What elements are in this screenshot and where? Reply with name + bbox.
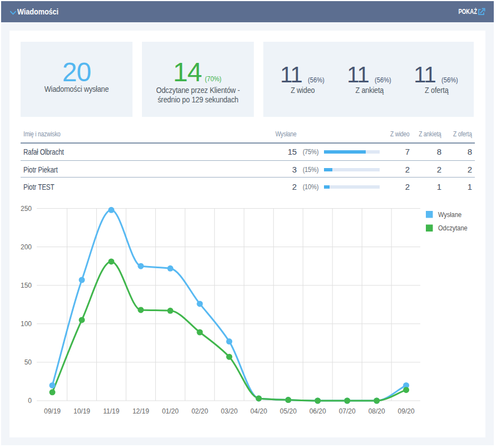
svg-text:150: 150	[21, 282, 32, 289]
svg-text:0: 0	[28, 397, 32, 405]
svg-text:07/20: 07/20	[339, 407, 356, 415]
svg-text:11/19: 11/19	[103, 407, 119, 415]
svg-text:200: 200	[21, 243, 32, 251]
svg-text:03/20: 03/20	[221, 407, 238, 415]
svg-text:10/19: 10/19	[73, 407, 90, 415]
svg-text:09/20: 09/20	[398, 407, 415, 415]
svg-text:250: 250	[21, 205, 32, 213]
svg-text:01/20: 01/20	[162, 407, 179, 415]
svg-text:09/19: 09/19	[44, 407, 61, 415]
svg-text:08/20: 08/20	[369, 407, 385, 415]
svg-text:Odczytane: Odczytane	[438, 224, 468, 232]
svg-text:Wysłane: Wysłane	[438, 210, 461, 219]
svg-text:04/20: 04/20	[251, 407, 267, 415]
svg-text:100: 100	[21, 320, 32, 328]
svg-text:02/20: 02/20	[191, 407, 208, 415]
svg-text:12/19: 12/19	[132, 407, 149, 415]
svg-text:05/20: 05/20	[280, 407, 297, 415]
svg-text:06/20: 06/20	[310, 407, 326, 415]
svg-text:50: 50	[24, 358, 32, 366]
